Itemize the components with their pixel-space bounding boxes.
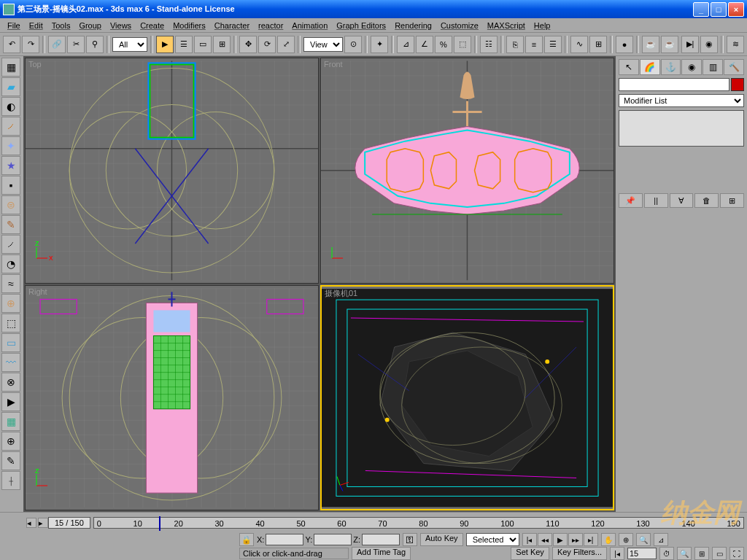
- render-scene-icon[interactable]: ☕: [642, 36, 659, 53]
- create-anim-icon[interactable]: ▦: [1, 412, 20, 431]
- spring-icon[interactable]: ⊜: [1, 195, 20, 214]
- pencil-icon[interactable]: ✎: [1, 215, 20, 234]
- menu-reactor[interactable]: reactor: [254, 20, 287, 31]
- nav-pan-icon[interactable]: ✋: [601, 533, 616, 546]
- layers-grip-icon[interactable]: ≋: [727, 36, 744, 53]
- object-name-input[interactable]: [619, 78, 729, 91]
- menu-create[interactable]: Create: [136, 20, 169, 31]
- viewport-right[interactable]: Right: [25, 285, 319, 511]
- layers-icon[interactable]: ☰: [544, 36, 562, 53]
- utilities-tab-icon[interactable]: 🔨: [724, 59, 744, 75]
- softbody-icon[interactable]: ◐: [1, 97, 20, 116]
- nav-zoom-icon[interactable]: 🔍: [636, 533, 651, 546]
- menu-views[interactable]: Views: [106, 20, 136, 31]
- configure-icon[interactable]: ⊞: [720, 193, 744, 208]
- menu-file[interactable]: File: [3, 20, 25, 31]
- viewport-camera[interactable]: 摄像机01: [320, 285, 614, 511]
- menu-group[interactable]: Group: [74, 20, 106, 31]
- fracture-icon[interactable]: ⬚: [1, 314, 20, 332]
- z-input[interactable]: [362, 534, 400, 545]
- nav-max-icon[interactable]: ⛶: [729, 547, 744, 560]
- goto-start-icon[interactable]: |◂: [522, 533, 537, 546]
- manipulate-icon[interactable]: ✦: [371, 36, 388, 53]
- schematic-icon[interactable]: ⊞: [589, 36, 607, 53]
- grip-icon[interactable]: ⟊: [1, 471, 20, 490]
- nav-zoom2-icon[interactable]: 🔍: [677, 547, 692, 560]
- add-time-tag-button[interactable]: Add Time Tag: [352, 547, 411, 560]
- motor-icon[interactable]: ◔: [1, 254, 20, 273]
- toggle-icon[interactable]: ◉: [700, 36, 718, 53]
- nav-fov-icon[interactable]: ⊿: [654, 533, 668, 546]
- angle-snap-icon[interactable]: ∠: [416, 36, 433, 53]
- align-icon[interactable]: ≡: [525, 36, 543, 53]
- menu-rendering[interactable]: Rendering: [390, 20, 436, 31]
- goto-end-icon[interactable]: ▸|: [584, 533, 598, 546]
- viewport-top[interactable]: Top xz: [25, 58, 319, 284]
- hierarchy-tab-icon[interactable]: ⚓: [661, 59, 681, 75]
- menu-animation[interactable]: Animation: [287, 20, 332, 31]
- mirror-icon[interactable]: ⎘: [506, 36, 524, 53]
- auto-key-button[interactable]: Auto Key: [420, 533, 463, 546]
- link-icon[interactable]: 🔗: [48, 36, 66, 53]
- nav-arc-icon[interactable]: ⊕: [619, 533, 633, 546]
- util-icon[interactable]: ✎: [1, 451, 20, 470]
- y-input[interactable]: [314, 534, 352, 545]
- pin-stack-icon[interactable]: 📌: [619, 193, 643, 208]
- viewport-front[interactable]: Front: [320, 58, 614, 284]
- menu-edit[interactable]: Edit: [25, 20, 47, 31]
- modify-tab-icon[interactable]: 🌈: [640, 59, 660, 75]
- select-rect-icon[interactable]: ▭: [194, 36, 212, 53]
- time-config-icon[interactable]: ⏱: [659, 547, 674, 560]
- move-icon[interactable]: ✥: [239, 36, 257, 53]
- modifier-list-dropdown[interactable]: Modifier List: [619, 94, 744, 107]
- key-filters-button[interactable]: Key Filters...: [552, 547, 607, 560]
- dashpot-icon[interactable]: ⟋: [1, 235, 20, 254]
- menu-help[interactable]: Help: [530, 20, 555, 31]
- star-icon[interactable]: ★: [1, 156, 20, 175]
- close-button[interactable]: ×: [728, 2, 744, 17]
- window-crossing-icon[interactable]: ⊞: [213, 36, 231, 53]
- next-frame-icon[interactable]: ▸▸: [568, 533, 583, 546]
- snap-icon[interactable]: ⊿: [397, 36, 414, 53]
- redo-icon[interactable]: ↷: [22, 36, 39, 53]
- prev-frame-icon[interactable]: ◂◂: [538, 533, 552, 546]
- play-icon[interactable]: ▶: [553, 533, 568, 546]
- object-color-swatch[interactable]: [731, 78, 744, 91]
- rigid-body-icon[interactable]: ▦: [1, 58, 20, 77]
- menu-customize[interactable]: Customize: [436, 20, 483, 31]
- set-key-button[interactable]: Set Key: [511, 547, 549, 560]
- key-prev-icon[interactable]: |◂: [610, 547, 624, 560]
- nav-region-icon[interactable]: ▭: [712, 547, 727, 560]
- lock-icon[interactable]: 🔒: [239, 533, 254, 546]
- unique-icon[interactable]: ∀: [670, 193, 694, 208]
- deforming-icon[interactable]: ✦: [1, 136, 20, 155]
- x-input[interactable]: [266, 534, 303, 545]
- key-icon[interactable]: ⚿: [403, 533, 417, 546]
- menu-modifiers[interactable]: Modifiers: [169, 20, 210, 31]
- toy-icon[interactable]: ⊕: [1, 294, 20, 313]
- select-icon[interactable]: ▶: [156, 36, 174, 53]
- select-name-icon[interactable]: ☰: [175, 36, 193, 53]
- bind-icon[interactable]: ⚲: [86, 36, 104, 53]
- minimize-button[interactable]: _: [693, 2, 709, 17]
- analyze-icon[interactable]: ⊕: [1, 432, 20, 451]
- nav-zoomall-icon[interactable]: ⊞: [694, 547, 709, 560]
- timeline-prev-icon[interactable]: ◂: [26, 518, 36, 528]
- key-mode-select[interactable]: Selected: [466, 533, 519, 546]
- show-result-icon[interactable]: ||: [644, 193, 668, 208]
- menu-character[interactable]: Character: [210, 20, 254, 31]
- remove-mod-icon[interactable]: 🗑: [694, 193, 719, 208]
- named-sel-icon[interactable]: ☷: [480, 36, 498, 53]
- motion-tab-icon[interactable]: ◉: [681, 59, 702, 75]
- spinner-snap-icon[interactable]: ⬚: [454, 36, 471, 53]
- pivot-icon[interactable]: ⊙: [344, 36, 362, 53]
- selection-filter[interactable]: All: [112, 37, 147, 52]
- modifier-stack[interactable]: [619, 110, 744, 147]
- wind-icon[interactable]: ≈: [1, 274, 20, 293]
- maximize-button[interactable]: □: [711, 2, 727, 17]
- percent-snap-icon[interactable]: %: [435, 36, 452, 53]
- rotate-icon[interactable]: ⟳: [258, 36, 276, 53]
- menu-maxscript[interactable]: MAXScript: [483, 20, 530, 31]
- quick-render-icon[interactable]: ☕: [661, 36, 678, 53]
- menu-tools[interactable]: Tools: [47, 20, 75, 31]
